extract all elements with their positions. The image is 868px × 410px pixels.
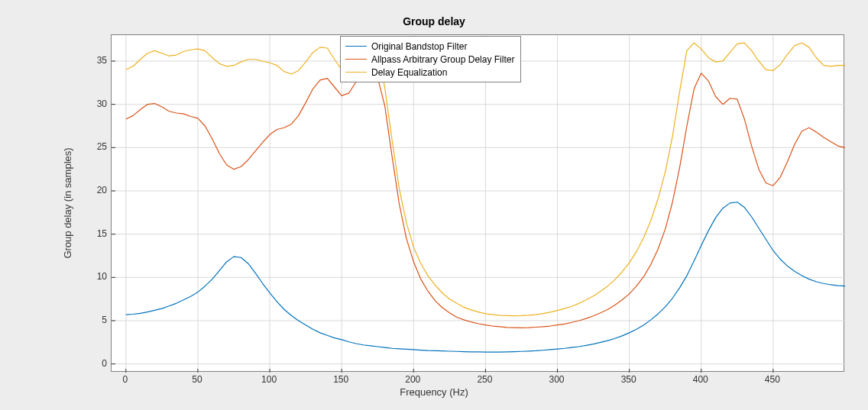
- legend-label-equalization: Delay Equalization: [371, 67, 447, 78]
- y-tick-label: 10: [76, 271, 107, 282]
- legend-label-allpass: Allpass Arbitrary Group Delay Filter: [371, 54, 514, 65]
- legend-swatch-original: [345, 46, 367, 47]
- legend-label-original: Original Bandstop Filter: [371, 41, 467, 52]
- plot-svg: [112, 35, 845, 373]
- legend-item-allpass: Allpass Arbitrary Group Delay Filter: [345, 53, 514, 66]
- plot-area: [111, 34, 844, 372]
- x-tick-label: 350: [621, 374, 636, 385]
- y-tick-label: 20: [76, 185, 107, 195]
- y-tick-label: 35: [76, 55, 107, 66]
- y-tick-label: 30: [76, 98, 107, 109]
- chart-container: Group delay Group delay (in samples) Fre…: [0, 0, 868, 410]
- x-tick-label: 0: [122, 374, 128, 385]
- x-tick-label: 300: [549, 374, 565, 385]
- x-tick-label: 400: [693, 374, 708, 385]
- x-tick-label: 100: [261, 374, 277, 385]
- x-axis-label: Frequency (Hz): [0, 386, 868, 398]
- x-tick-label: 200: [405, 374, 420, 385]
- y-tick-label: 0: [76, 358, 107, 369]
- legend-swatch-equalization: [345, 72, 367, 73]
- legend-item-original: Original Bandstop Filter: [345, 40, 514, 53]
- y-tick-label: 25: [76, 141, 107, 152]
- x-tick-label: 450: [765, 374, 780, 385]
- x-tick-label: 50: [192, 374, 202, 385]
- legend: Original Bandstop Filter Allpass Arbitra…: [340, 36, 521, 82]
- chart-title: Group delay: [0, 15, 868, 27]
- legend-swatch-allpass: [345, 59, 367, 60]
- y-tick-label: 15: [76, 228, 107, 239]
- y-axis-label: Group delay (in samples): [62, 147, 73, 258]
- x-tick-label: 250: [477, 374, 492, 385]
- legend-item-equalization: Delay Equalization: [345, 66, 514, 79]
- x-tick-label: 150: [333, 374, 348, 385]
- y-tick-label: 5: [76, 315, 107, 325]
